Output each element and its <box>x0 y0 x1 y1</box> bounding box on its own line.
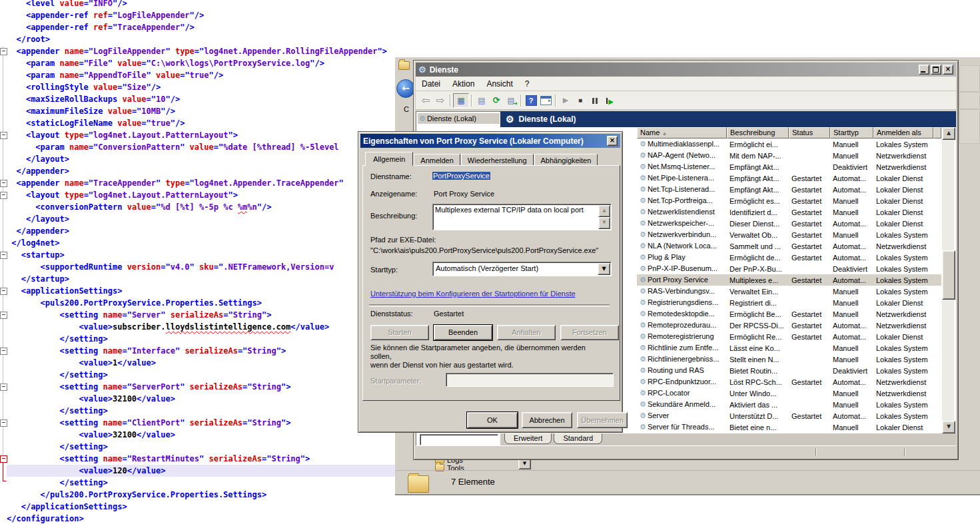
dialog-close-button[interactable]: × <box>607 136 618 146</box>
tree-filter-box[interactable] <box>420 434 498 445</box>
fortsetzen-button[interactable]: Fortsetzen <box>560 325 619 340</box>
startparameter-input[interactable] <box>446 373 614 387</box>
toolbar-separator <box>471 95 472 107</box>
service-name: ⚙PnP-X-IP-Busenum... <box>637 264 727 273</box>
view-tab-erweitert[interactable]: Erweitert <box>504 433 552 444</box>
column-header-anmeldenals[interactable]: Anmelden als <box>873 127 933 138</box>
combobox-dropdown-button[interactable]: ▼ <box>598 263 610 275</box>
service-name: ⚙Plug & Play <box>637 253 727 262</box>
anhalten-button[interactable]: Anhalten <box>497 325 556 340</box>
service-row[interactable]: ⚙Multimediaklassenpl...Ermöglicht ei...M… <box>637 138 941 150</box>
explorer-folder-item[interactable]: Tools <box>435 464 464 472</box>
dialog-tab-anmelden[interactable]: Anmelden <box>414 154 460 166</box>
services-titlebar[interactable]: ⚙ Dienste × <box>416 63 956 77</box>
start-service-icon[interactable]: ▶ <box>558 94 573 107</box>
service-row[interactable]: ⚙NLA (Network Loca...Sammelt und ...Gest… <box>637 240 941 252</box>
extended-view-icon[interactable]: ▸ <box>538 94 553 107</box>
services-list-rows: ⚙Multimediaklassenpl...Ermöglicht ei...M… <box>637 138 941 433</box>
properties-icon[interactable]: ▤ <box>474 94 489 107</box>
service-row[interactable]: ⚙Port Proxy ServiceMultiplexes e...Gesta… <box>637 274 941 286</box>
menu-item-ansicht[interactable]: Ansicht <box>480 78 518 90</box>
menu-item-datei[interactable]: Datei <box>416 78 446 90</box>
back-icon[interactable]: ⇦ <box>418 94 433 107</box>
dialog-tab-abhngigkeiten[interactable]: Abhängigkeiten <box>534 154 598 166</box>
dialog-tab-allgemein[interactable]: Allgemein <box>365 152 413 166</box>
service-name: ⚙NLA (Network Loca... <box>637 242 727 250</box>
service-row[interactable]: ⚙ServerUnterstützt D...GestartetAutomat.… <box>637 410 941 421</box>
show-console-tree-icon[interactable]: ▦ <box>453 93 469 108</box>
service-row[interactable]: ⚙RPC-Endpunktzuor...Löst RPC-Sch...Gesta… <box>637 376 941 388</box>
service-row[interactable]: ⚙NetzwerklistendienstIdentifiziert d...G… <box>637 206 941 218</box>
service-row[interactable]: ⚙Net.Msmq-Listener...Empfängt Akt...Deak… <box>637 161 941 172</box>
services-scrollbar[interactable]: ▲ ▼ <box>942 127 954 433</box>
service-row[interactable]: ⚙Net.Pipe-Listenera...Empfängt Akt...Ges… <box>637 172 941 184</box>
service-row[interactable]: ⚙Remotedesktopdie...Ermöglicht Be...Gest… <box>637 308 941 320</box>
service-row[interactable]: ⚙PnP-X-IP-Busenum...Der PnP-X-Bu...Deakt… <box>637 263 941 274</box>
service-row[interactable]: ⚙NAP-Agent (Netwo...Mit dem NAP-...Manue… <box>637 150 941 161</box>
service-row[interactable]: ⚙Registrierungsdiens...Registriert di...… <box>637 297 941 308</box>
restart-service-icon[interactable]: ▶ <box>602 94 617 107</box>
starten-button[interactable]: Starten <box>370 325 429 340</box>
service-description: Empfängt Akt... <box>727 174 789 182</box>
dialog-titlebar[interactable]: Eigenschaften von Port Proxy Service (Lo… <box>360 134 620 148</box>
scroll-down-button[interactable]: ▼ <box>942 421 955 433</box>
service-row[interactable]: ⚙Sekundäre Anmeld...Aktiviert das ...Man… <box>637 399 941 410</box>
banner-title: Dienste (Lokal) <box>519 115 576 124</box>
service-row[interactable]: ⚙Net.Tcp-Listenerad...Empfängt Akt...Ges… <box>637 184 941 195</box>
tree-item-dienste-lokal[interactable]: ⚙ Dienste (Lokal) <box>418 113 500 124</box>
service-row[interactable]: ⚙RemoteregistrierungErmöglicht Re...Gest… <box>637 331 941 342</box>
code-fold-gutter[interactable] <box>0 0 7 524</box>
service-row[interactable]: ⚙Server für Threads...Bietet eine n...Ma… <box>637 421 941 433</box>
service-name: ⚙Net.Msmq-Listener... <box>637 162 727 171</box>
menu-item-aktion[interactable]: Aktion <box>446 78 480 90</box>
uebernehmen-button[interactable]: Übernehmen <box>577 412 628 428</box>
service-row[interactable]: ⚙Richtlinie zum Entfe...Lässt eine Ko...… <box>637 342 941 354</box>
service-row[interactable]: ⚙Routing und RASBietet Routin...Deaktivi… <box>637 365 941 376</box>
scroll-up-icon[interactable]: ▲ <box>598 205 610 217</box>
abbrechen-button[interactable]: Abbrechen <box>522 412 572 428</box>
service-row[interactable]: ⚙Net.Tcp-Portfreiga...Ermöglicht es...Ge… <box>637 195 941 206</box>
services-list[interactable]: Name ▲BeschreibungStatusStarttypAnmelden… <box>637 127 941 433</box>
service-row[interactable]: ⚙RAS-Verbindungsv...Verwaltet Ein...Manu… <box>637 286 941 297</box>
column-header-name[interactable]: Name ▲ <box>637 127 727 138</box>
service-status: Gestartet <box>789 174 830 182</box>
menu-item-?[interactable]: ? <box>519 78 536 90</box>
maximize-button[interactable] <box>931 65 941 75</box>
column-header-beschreibung[interactable]: Beschreibung <box>727 127 789 138</box>
code-line: <appender-ref ref="TraceAppender"/> <box>7 21 490 33</box>
dialog-tab-wiederherstellung[interactable]: Wiederherstellung <box>461 154 534 166</box>
close-button[interactable]: × <box>943 65 953 75</box>
scroll-down-icon[interactable]: ▼ <box>598 217 610 229</box>
service-row[interactable]: ⚙Remoteprozedurau...Der RPCSS-Di...Gesta… <box>637 320 941 331</box>
starttyp-combobox[interactable]: Automatisch (Verzögerter Start) ▼ <box>432 262 612 276</box>
column-header-status[interactable]: Status <box>789 127 830 138</box>
service-row[interactable]: ⚙Plug & PlayErmöglicht de...GestartetAut… <box>637 252 941 263</box>
service-row[interactable]: ⚙Netzwerkverbindun...Verwaltet Ob...Gest… <box>637 229 941 240</box>
view-tab-standard[interactable]: Standard <box>554 433 602 444</box>
service-description: Der PnP-X-Bu... <box>727 265 789 273</box>
beschreibung-textbox[interactable]: Multiplexes external TCP/IP data on loca… <box>432 204 612 230</box>
beenden-button[interactable]: Beenden <box>434 325 492 340</box>
service-row[interactable]: ⚙Netzwerkspeicher-...Dieser Dienst...Ges… <box>637 218 941 229</box>
forward-icon[interactable]: ⇨ <box>433 94 448 107</box>
startup-options-link[interactable]: Unterstützung beim Konfigurieren der Sta… <box>370 290 576 298</box>
ok-button[interactable]: OK <box>467 412 518 428</box>
starttyp-label: Starttyp: <box>370 266 398 274</box>
minimize-button[interactable] <box>919 65 929 75</box>
service-row[interactable]: ⚙RPC-LocatorUnter Windo...ManuellNetzwer… <box>637 388 941 399</box>
service-logon: Lokales System <box>873 254 933 262</box>
column-header-starttyp[interactable]: Starttyp <box>830 127 873 138</box>
dienstname-value[interactable]: PortProxyService <box>432 172 490 180</box>
explorer-back-button[interactable]: ← <box>396 79 415 98</box>
service-description: Ermöglicht Be... <box>727 310 789 318</box>
refresh-icon[interactable]: ⟳ <box>489 94 504 107</box>
code-line: <level value="INFO"/> <box>7 0 490 9</box>
help-icon[interactable]: ? <box>524 94 538 107</box>
scrollbar-thumb[interactable] <box>942 250 955 300</box>
pause-service-icon[interactable] <box>588 94 602 107</box>
service-starttype: Manuell <box>830 208 873 216</box>
stop-service-icon[interactable]: ■ <box>573 94 588 107</box>
export-list-icon[interactable]: ▤➜ <box>504 94 518 107</box>
scroll-up-button[interactable]: ▲ <box>942 127 955 140</box>
service-row[interactable]: ⚙Richtlinienergebniss...Stellt einen N..… <box>637 354 941 365</box>
